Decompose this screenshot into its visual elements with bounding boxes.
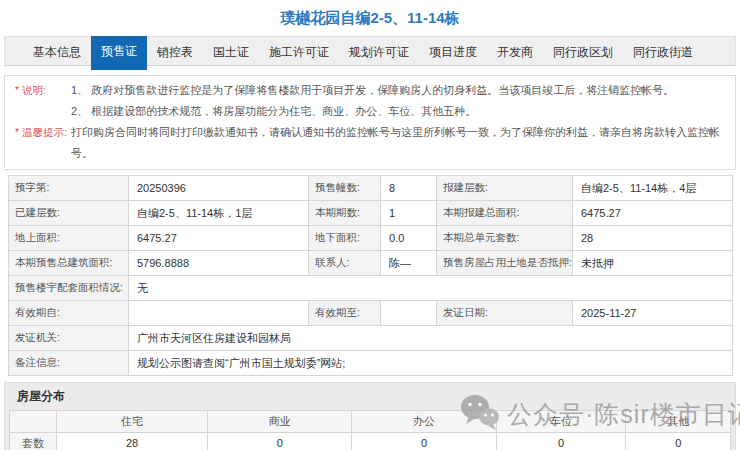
field-value-phase-total-units: 28 bbox=[573, 226, 733, 251]
field-value-contact: 陈— bbox=[381, 251, 437, 276]
field-label-phase-total-units: 本期总单元套数: bbox=[437, 226, 573, 251]
tab-construction-permit[interactable]: 施工许可证 bbox=[259, 37, 339, 65]
tab-basic-info[interactable]: 基本信息 bbox=[23, 37, 91, 65]
field-value-issuing-authority: 广州市天河区住房建设和园林局 bbox=[129, 326, 733, 351]
table-row: 发证机关: 广州市天河区住房建设和园林局 bbox=[9, 326, 733, 351]
field-value-phase-declared-area: 6475.27 bbox=[573, 201, 733, 226]
house-distribution-table: 住宅 商业 办公 车位 其他 套数 28 0 0 0 0 面积 5796.888… bbox=[9, 410, 731, 450]
notice-line-2: 2、 根据建设部的技术规范，将房屋功能分为住宅、商业、办公、车位、其他五种。 bbox=[5, 101, 735, 122]
table-row: 备注信息: 规划公示图请查阅“广州市国土规划委”网站; bbox=[9, 351, 733, 376]
notice-line-1-text: 1、 政府对预售款进行监控是为了保障将售楼款用于项目开发，保障购房人的切身利益。… bbox=[71, 80, 735, 101]
field-value-phase-presale-gfa: 5796.8888 bbox=[129, 251, 309, 276]
field-label-issue-date: 发证日期: bbox=[437, 301, 573, 326]
field-value-built-floors: 自编2-5、11-14栋，1层 bbox=[129, 201, 309, 226]
tab-same-district[interactable]: 同行政区划 bbox=[543, 37, 623, 65]
field-label-remarks: 备注信息: bbox=[9, 351, 129, 376]
unit-count-office: 0 bbox=[352, 433, 496, 450]
table-row: 有效期自: 有效期至: 发证日期: 2025-11-27 bbox=[9, 301, 733, 326]
field-label-presale-buildings: 预售幢数: bbox=[309, 176, 381, 201]
field-label-phase-no: 本期期数: bbox=[309, 201, 381, 226]
field-label-above-ground-area: 地上面积: bbox=[9, 226, 129, 251]
house-distribution-title: 房屋分布 bbox=[9, 383, 731, 410]
column-header-parking: 车位 bbox=[496, 411, 626, 433]
field-label-phase-declared-area: 本期报建总面积: bbox=[437, 201, 573, 226]
notice-line-2-text: 2、 根据建设部的技术规范，将房屋功能分为住宅、商业、办公、车位、其他五种。 bbox=[71, 101, 735, 122]
notice-tip-text: 打印购房合同时将同时打印缴款通知书，请确认通知书的监控帐号与这里所列帐号一致，为… bbox=[71, 122, 735, 164]
table-row: 已建层数: 自编2-5、11-14栋，1层 本期期数: 1 本期报建总面积: 6… bbox=[9, 201, 733, 226]
field-value-remarks: 规划公示图请查阅“广州市国土规划委”网站; bbox=[129, 351, 733, 376]
column-header-other: 其他 bbox=[626, 411, 731, 433]
field-label-phase-presale-gfa: 本期预售总建筑面积: bbox=[9, 251, 129, 276]
notice-tip: * 温馨提示: 打印购房合同时将同时打印缴款通知书，请确认通知书的监控帐号与这里… bbox=[5, 122, 735, 164]
tab-bar: 基本信息 预售证 销控表 国土证 施工许可证 规划许可证 项目进度 开发商 同行… bbox=[4, 36, 736, 66]
field-value-issue-date: 2025-11-27 bbox=[573, 301, 733, 326]
permit-info-table: 预字第: 20250396 预售幢数: 8 报建层数: 自编2-5、11-14栋… bbox=[8, 175, 733, 376]
field-label-built-floors: 已建层数: bbox=[9, 201, 129, 226]
page-title: 璞樾花园自编2-5、11-14栋 bbox=[0, 0, 740, 36]
field-value-phase-no: 1 bbox=[381, 201, 437, 226]
notice-line-1: * 说明: 1、 政府对预售款进行监控是为了保障将售楼款用于项目开发，保障购房人… bbox=[5, 80, 735, 101]
distribution-header-row: 住宅 商业 办公 车位 其他 bbox=[10, 411, 731, 433]
field-value-permit-no: 20250396 bbox=[129, 176, 309, 201]
tab-same-street[interactable]: 同行政街道 bbox=[623, 37, 703, 65]
field-value-valid-from bbox=[129, 301, 309, 326]
table-row: 套数 28 0 0 0 0 bbox=[10, 433, 731, 450]
unit-count-parking: 0 bbox=[496, 433, 626, 450]
tab-land-certificate[interactable]: 国土证 bbox=[203, 37, 259, 65]
field-value-supporting-area: 无 bbox=[129, 276, 733, 301]
field-value-presale-buildings: 8 bbox=[381, 176, 437, 201]
distribution-corner-cell bbox=[10, 411, 57, 433]
unit-count-residential: 28 bbox=[56, 433, 207, 450]
unit-count-commercial: 0 bbox=[208, 433, 352, 450]
notice-box: * 说明: 1、 政府对预售款进行监控是为了保障将售楼款用于项目开发，保障购房人… bbox=[4, 75, 736, 170]
notice-shuoming-label: * 说明: bbox=[5, 80, 71, 101]
column-header-commercial: 商业 bbox=[208, 411, 352, 433]
table-row: 本期预售总建筑面积: 5796.8888 联系人: 陈— 预售房屋占用土地是否抵… bbox=[9, 251, 733, 276]
field-value-declared-floors: 自编2-5、11-14栋，4层 bbox=[573, 176, 733, 201]
field-label-declared-floors: 报建层数: bbox=[437, 176, 573, 201]
tab-sales-control[interactable]: 销控表 bbox=[147, 37, 203, 65]
tab-project-progress[interactable]: 项目进度 bbox=[419, 37, 487, 65]
notice-tip-label: * 温馨提示: bbox=[5, 122, 71, 164]
field-value-underground-area: 0.0 bbox=[381, 226, 437, 251]
column-header-office: 办公 bbox=[352, 411, 496, 433]
field-label-issuing-authority: 发证机关: bbox=[9, 326, 129, 351]
column-header-residential: 住宅 bbox=[56, 411, 207, 433]
table-row: 地上面积: 6475.27 地下面积: 0.0 本期总单元套数: 28 bbox=[9, 226, 733, 251]
field-label-underground-area: 地下面积: bbox=[309, 226, 381, 251]
field-value-above-ground-area: 6475.27 bbox=[129, 226, 309, 251]
field-label-valid-to: 有效期至: bbox=[309, 301, 381, 326]
house-distribution-section: 房屋分布 住宅 商业 办公 车位 其他 套数 28 0 0 0 0 面积 579… bbox=[4, 382, 736, 450]
table-row: 预售楼宇配套面积情况: 无 bbox=[9, 276, 733, 301]
field-label-contact: 联系人: bbox=[309, 251, 381, 276]
tab-developer[interactable]: 开发商 bbox=[487, 37, 543, 65]
field-value-valid-to bbox=[381, 301, 437, 326]
field-label-permit-no: 预字第: bbox=[9, 176, 129, 201]
field-label-supporting-area: 预售楼宇配套面积情况: bbox=[9, 276, 129, 301]
field-value-land-mortgaged: 未抵押 bbox=[573, 251, 733, 276]
unit-count-other: 0 bbox=[626, 433, 731, 450]
notice-line-2-spacer bbox=[5, 101, 71, 122]
field-label-land-mortgaged: 预售房屋占用土地是否抵押: bbox=[437, 251, 573, 276]
row-label-unit-count: 套数 bbox=[10, 433, 57, 450]
table-row: 预字第: 20250396 预售幢数: 8 报建层数: 自编2-5、11-14栋… bbox=[9, 176, 733, 201]
field-label-valid-from: 有效期自: bbox=[9, 301, 129, 326]
tab-planning-permit[interactable]: 规划许可证 bbox=[339, 37, 419, 65]
tab-presale-permit[interactable]: 预售证 bbox=[91, 36, 147, 70]
